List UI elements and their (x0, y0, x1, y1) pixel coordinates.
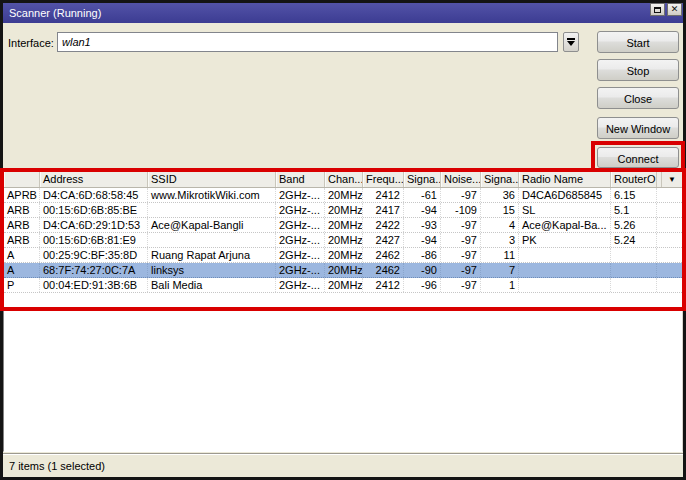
table-cell: 00:15:6D:6B:85:BE (40, 203, 148, 217)
table-cell: linksys (148, 263, 276, 277)
table-cell: D4:CA:6D:29:1D:53 (40, 218, 148, 232)
column-header[interactable]: RouterO.. (611, 171, 657, 187)
table-cell: 2GHz-... (276, 248, 325, 262)
table-header: AddressSSIDBandChan...Frequ...Signa...No… (4, 171, 682, 188)
table-cell: A (4, 263, 40, 277)
table-row[interactable]: ARB00:15:6D:6B:85:BE2GHz-...20MHz2417-94… (4, 203, 682, 218)
table-cell: 2GHz-... (276, 203, 325, 217)
maximize-icon (654, 7, 661, 13)
table-cell: APRB (4, 188, 40, 202)
column-header[interactable]: Signa... (404, 171, 441, 187)
table-row[interactable]: A68:7F:74:27:0C:7Alinksys2GHz-...20MHz24… (4, 263, 682, 278)
table-cell: -97 (441, 248, 481, 262)
close-button[interactable]: ✕ (667, 3, 682, 16)
table-cell: 2462 (363, 263, 404, 277)
table-cell (519, 263, 611, 277)
table-cell: 3 (481, 233, 519, 247)
table-body: APRBD4:CA:6D:68:58:45www.MikrotikWiki.co… (4, 188, 682, 293)
stop-button[interactable]: Stop (597, 59, 679, 81)
table-cell: D4CA6D685845 (519, 188, 611, 202)
table-cell: 2GHz-... (276, 218, 325, 232)
table-cell: Ace@Kapal-Bangli (148, 218, 276, 232)
column-header[interactable]: Noise... (441, 171, 481, 187)
table-cell: D4:CA:6D:68:58:45 (40, 188, 148, 202)
table-cell: 2GHz-... (276, 188, 325, 202)
scanner-window: Scanner (Running) ✕ Interface: Start Sto… (0, 0, 686, 480)
interface-label: Interface: (8, 37, 54, 49)
table-cell: A (4, 248, 40, 262)
column-header[interactable]: Signa... (481, 171, 519, 187)
new-window-button[interactable]: New Window (597, 117, 679, 139)
column-header[interactable]: Band (276, 171, 325, 187)
table-cell: 20MHz (325, 263, 363, 277)
table-cell: Bali Media (148, 278, 276, 292)
table-cell: 7 (481, 263, 519, 277)
table-cell: 2GHz-... (276, 233, 325, 247)
status-bar: 7 items (1 selected) (3, 453, 683, 477)
table-cell: 20MHz (325, 278, 363, 292)
table-cell (611, 248, 657, 262)
table-cell (611, 263, 657, 277)
connect-button[interactable]: Connect (597, 147, 679, 168)
table-cell: ARB (4, 218, 40, 232)
table-cell: -109 (441, 203, 481, 217)
table-cell: -94 (404, 203, 441, 217)
column-header[interactable]: SSID (148, 171, 276, 187)
column-header[interactable]: Address (40, 171, 148, 187)
dropdown-icon (567, 38, 575, 46)
table-cell: SL (519, 203, 611, 217)
close-icon: ✕ (671, 5, 679, 14)
table-cell: 6.15 (611, 188, 657, 202)
table-cell: 2462 (363, 248, 404, 262)
table-cell: -61 (404, 188, 441, 202)
column-menu-button[interactable]: ▼ (661, 171, 682, 187)
title-buttons: ✕ (650, 3, 682, 16)
column-header[interactable]: Chan... (325, 171, 363, 187)
column-header[interactable] (4, 171, 40, 187)
table-row[interactable]: P00:04:ED:91:3B:6BBali Media2GHz-...20MH… (4, 278, 682, 293)
start-button[interactable]: Start (597, 31, 679, 53)
table-cell (148, 203, 276, 217)
titlebar[interactable]: Scanner (Running) (3, 3, 683, 23)
table-cell (611, 278, 657, 292)
table-row[interactable]: A00:25:9C:BF:35:8DRuang Rapat Arjuna2GHz… (4, 248, 682, 263)
table-cell: PK (519, 233, 611, 247)
table-cell: 5.24 (611, 233, 657, 247)
status-text: 7 items (1 selected) (9, 460, 105, 472)
table-cell: 2427 (363, 233, 404, 247)
table-cell: ARB (4, 203, 40, 217)
table-row[interactable]: ARB00:15:6D:6B:81:E92GHz-...20MHz2427-94… (4, 233, 682, 248)
table-cell: 15 (481, 203, 519, 217)
close-action-button[interactable]: Close (597, 87, 679, 109)
chevron-down-icon: ▼ (668, 175, 676, 184)
table-cell: 68:7F:74:27:0C:7A (40, 263, 148, 277)
table-row[interactable]: APRBD4:CA:6D:68:58:45www.MikrotikWiki.co… (4, 188, 682, 203)
interface-dropdown-button[interactable] (563, 32, 579, 52)
table-cell: 5.26 (611, 218, 657, 232)
window-title: Scanner (Running) (9, 7, 101, 19)
table-cell: 00:15:6D:6B:81:E9 (40, 233, 148, 247)
table-cell: 1 (481, 278, 519, 292)
column-header[interactable]: Radio Name (519, 171, 611, 187)
table-cell: 20MHz (325, 188, 363, 202)
table-cell (148, 233, 276, 247)
column-header[interactable]: Frequ... (363, 171, 404, 187)
table-cell (519, 278, 611, 292)
table-cell: -97 (441, 233, 481, 247)
table-cell: 2GHz-... (276, 278, 325, 292)
table-cell: 11 (481, 248, 519, 262)
table-cell: -97 (441, 188, 481, 202)
table-cell: 2412 (363, 188, 404, 202)
scan-results-list[interactable]: AddressSSIDBandChan...Frequ...Signa...No… (3, 170, 683, 452)
interface-input[interactable] (57, 32, 558, 52)
table-cell: -97 (441, 263, 481, 277)
table-cell: 2417 (363, 203, 404, 217)
table-cell: 36 (481, 188, 519, 202)
table-cell: 20MHz (325, 248, 363, 262)
table-cell: 2422 (363, 218, 404, 232)
table-cell (519, 248, 611, 262)
table-cell: www.MikrotikWiki.com (148, 188, 276, 202)
table-cell: -90 (404, 263, 441, 277)
maximize-button[interactable] (650, 3, 665, 16)
table-row[interactable]: ARBD4:CA:6D:29:1D:53Ace@Kapal-Bangli2GHz… (4, 218, 682, 233)
